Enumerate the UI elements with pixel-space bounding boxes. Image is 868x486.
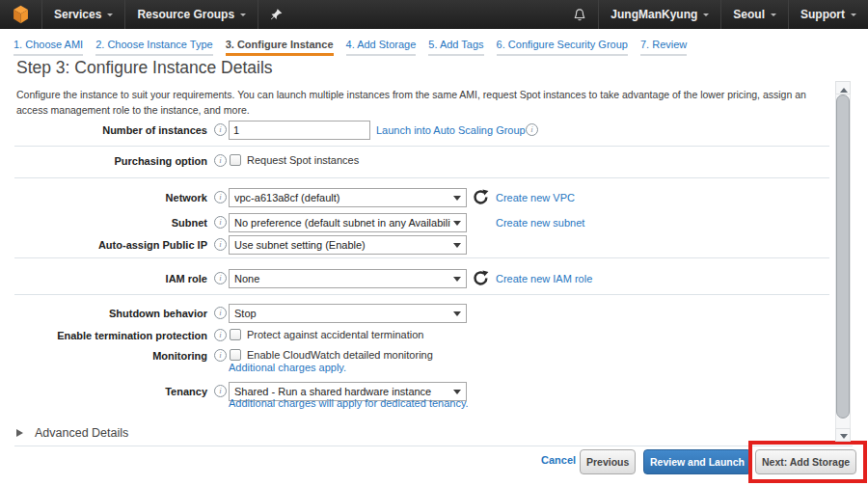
bell-icon <box>573 8 586 22</box>
aws-logo-icon[interactable] <box>0 5 41 24</box>
network-label: Network <box>0 188 207 207</box>
divider <box>14 446 853 446</box>
create-new-iam-role-link[interactable]: Create new IAM role <box>496 269 592 288</box>
monitoring-label: Monitoring <box>0 346 207 365</box>
select-arrow-icon <box>453 311 461 320</box>
subnet-select[interactable]: No preference (default subnet in any Ava… <box>229 213 467 232</box>
pushpin-shortcut-button[interactable] <box>258 0 294 29</box>
triangle-right-icon <box>16 429 27 437</box>
scroll-down-icon <box>840 434 848 443</box>
review-and-launch-button[interactable]: Review and Launch <box>643 449 751 474</box>
previous-button[interactable]: Previous <box>580 449 636 474</box>
termination-protection-checkbox-label: Protect against accidental termination <box>247 326 423 344</box>
tab-add-storage[interactable]: 4. Add Storage <box>346 39 417 56</box>
iam-role-select-value: None <box>234 270 450 287</box>
top-navigation-bar: Services Resource Groups JungManKyung <box>0 0 868 29</box>
shutdown-behavior-select[interactable]: Stop <box>229 304 467 323</box>
caret-down-icon <box>771 14 776 19</box>
launch-into-auto-scaling-group-link[interactable]: Launch into Auto Scaling Group <box>376 121 526 140</box>
refresh-icon[interactable] <box>473 270 489 286</box>
caret-down-icon <box>703 14 709 19</box>
tab-review[interactable]: 7. Review <box>640 39 687 56</box>
tab-choose-instance-type[interactable]: 2. Choose Instance Type <box>95 39 213 56</box>
notifications-button[interactable] <box>561 0 598 29</box>
scroll-down-button[interactable] <box>835 428 851 442</box>
info-icon[interactable] <box>214 329 227 341</box>
pushpin-icon <box>270 8 283 21</box>
row-auto-assign-public-ip: Auto-assign Public IP Use subnet setting… <box>0 235 849 255</box>
iam-role-select[interactable]: None <box>229 269 467 288</box>
dedicated-tenancy-charges-link[interactable]: Additional charges will apply for dedica… <box>229 397 469 409</box>
select-arrow-icon <box>453 221 461 230</box>
row-shutdown-behavior: Shutdown behavior Stop <box>0 304 849 323</box>
shutdown-behavior-label: Shutdown behavior <box>0 304 207 323</box>
select-arrow-icon <box>453 243 461 252</box>
info-icon[interactable] <box>214 385 227 397</box>
additional-charges-apply-link[interactable]: Additional charges apply. <box>229 362 346 373</box>
info-icon[interactable] <box>214 123 227 136</box>
row-network: Network vpc-a613a8cf (default) Create ne… <box>0 188 849 207</box>
info-icon[interactable] <box>526 123 538 136</box>
caret-down-icon <box>851 14 856 19</box>
create-new-subnet-link[interactable]: Create new subnet <box>496 213 584 232</box>
network-select[interactable]: vpc-a613a8cf (default) <box>229 188 467 207</box>
cloudwatch-monitoring-checkbox[interactable] <box>230 349 241 361</box>
nav-resource-groups-menu[interactable]: Resource Groups <box>125 0 258 29</box>
tab-choose-ami[interactable]: 1. Choose AMI <box>14 39 83 56</box>
info-icon[interactable] <box>214 191 227 203</box>
nav-region-menu[interactable]: Seoul <box>721 0 788 29</box>
row-termination-protection: Enable termination protection Protect ag… <box>0 326 849 345</box>
caret-down-icon <box>107 14 113 19</box>
info-icon[interactable] <box>214 154 227 167</box>
scroll-up-button[interactable] <box>835 81 851 94</box>
divider <box>14 257 829 258</box>
nav-services-label: Services <box>54 8 101 21</box>
refresh-icon[interactable] <box>473 189 489 205</box>
page-description: Configure the instance to suit your requ… <box>16 87 838 118</box>
advanced-details-label: Advanced Details <box>35 426 128 440</box>
scroll-up-icon <box>840 84 848 93</box>
nav-user-menu[interactable]: JungManKyung <box>599 0 720 29</box>
auto-assign-public-ip-select-value: Use subnet setting (Enable) <box>234 236 450 254</box>
advanced-details-toggle[interactable]: Advanced Details <box>16 426 128 440</box>
request-spot-instances-checkbox[interactable] <box>230 154 241 166</box>
purchasing-option-label: Purchasing option <box>0 151 207 171</box>
ec2-launch-wizard-window: Services Resource Groups JungManKyung <box>0 0 868 486</box>
termination-protection-label: Enable termination protection <box>0 326 207 345</box>
select-arrow-icon <box>453 277 461 285</box>
topbar-right-group: JungManKyung Seoul Support <box>561 0 868 29</box>
number-of-instances-input[interactable] <box>229 121 370 140</box>
auto-assign-public-ip-select[interactable]: Use subnet setting (Enable) <box>229 235 467 255</box>
row-iam-role: IAM role None Create new IAM role <box>0 269 849 288</box>
auto-assign-public-ip-label: Auto-assign Public IP <box>0 235 207 255</box>
divider <box>14 146 829 147</box>
tab-configure-security-group[interactable]: 6. Configure Security Group <box>497 39 628 56</box>
divider <box>14 294 829 295</box>
subnet-select-value: No preference (default subnet in any Ava… <box>234 214 450 231</box>
info-icon[interactable] <box>214 238 227 251</box>
create-new-vpc-link[interactable]: Create new VPC <box>496 188 575 207</box>
info-icon[interactable] <box>214 307 227 319</box>
caret-down-icon <box>240 14 246 19</box>
info-icon[interactable] <box>214 349 227 362</box>
row-subnet: Subnet No preference (default subnet in … <box>0 213 849 232</box>
row-number-of-instances: Number of instances Launch into Auto Sca… <box>0 121 849 140</box>
tab-add-tags[interactable]: 5. Add Tags <box>428 39 483 56</box>
scrollbar-thumb[interactable] <box>836 94 850 418</box>
nav-services-menu[interactable]: Services <box>42 0 124 29</box>
row-purchasing-option: Purchasing option Request Spot instances <box>0 151 849 171</box>
wizard-step-tabs: 1. Choose AMI 2. Choose Instance Type 3.… <box>0 29 868 56</box>
nav-support-menu[interactable]: Support <box>789 0 868 29</box>
region-label: Seoul <box>733 8 765 21</box>
info-icon[interactable] <box>214 272 227 284</box>
info-icon[interactable] <box>214 216 227 229</box>
next-add-storage-button[interactable]: Next: Add Storage <box>755 449 856 474</box>
request-spot-instances-label: Request Spot instances <box>247 151 359 170</box>
tab-configure-instance[interactable]: 3. Configure Instance <box>226 39 334 56</box>
cancel-link[interactable]: Cancel <box>541 454 576 466</box>
network-select-value: vpc-a613a8cf (default) <box>234 189 450 206</box>
scrollbar[interactable] <box>835 81 851 442</box>
username: JungManKyung <box>610 8 697 21</box>
termination-protection-checkbox[interactable] <box>230 329 241 340</box>
number-of-instances-label: Number of instances <box>0 121 207 140</box>
